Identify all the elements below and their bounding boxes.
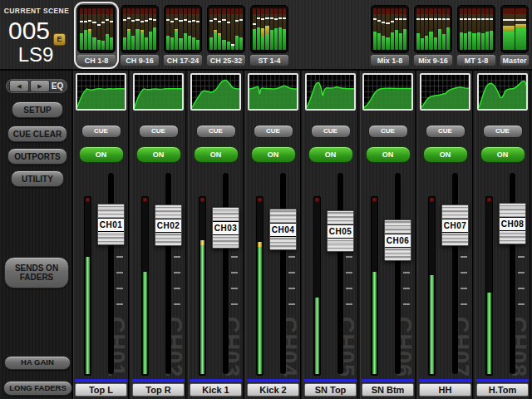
fader-position-dash	[145, 20, 148, 22]
bank-tab-mix-9-16[interactable]: Mix 9-16	[412, 3, 454, 67]
cue-button[interactable]: CUE	[139, 125, 179, 138]
meter-bar	[257, 8, 260, 50]
meter-bar	[382, 8, 385, 50]
setup-button[interactable]: SETUP	[12, 101, 63, 118]
bank-tab-ch-25-32[interactable]: CH 25-32	[205, 3, 247, 67]
cue-button[interactable]: CUE	[483, 125, 523, 138]
cue-button[interactable]: CUE	[368, 125, 408, 138]
sends-on-faders-button[interactable]: SENDS ON FADERS	[4, 257, 69, 288]
meter-bar-yellow	[127, 29, 131, 32]
meter-bar	[192, 8, 195, 50]
bank-meter-display	[207, 5, 245, 53]
bank-tab-st-1-4[interactable]: ST 1-4	[249, 3, 290, 67]
meter-bar-green	[235, 36, 239, 51]
meter-bar	[106, 8, 109, 50]
fader-knob[interactable]: CH05	[327, 210, 354, 252]
bank-tab-ch-1-8[interactable]: CH 1-8	[76, 3, 117, 67]
meter-bar-green	[84, 30, 87, 50]
knob-ridges-bottom	[328, 239, 353, 252]
eq-prev-button[interactable]: ◀	[9, 80, 29, 92]
cue-button[interactable]: CUE	[426, 125, 466, 138]
cue-button[interactable]: CUE	[311, 125, 351, 138]
fader-position-dash	[377, 20, 381, 22]
fader-track	[165, 173, 171, 374]
cue-button[interactable]: CUE	[81, 125, 121, 138]
channel-name[interactable]: Top R	[132, 383, 185, 397]
on-button[interactable]: ON	[366, 146, 411, 163]
fader-tick	[346, 272, 352, 273]
on-button[interactable]: ON	[251, 146, 296, 163]
fader-position-dash	[257, 17, 260, 19]
fader-position-dash	[214, 18, 217, 20]
meter-bar-green	[166, 36, 170, 51]
cue-button[interactable]: CUE	[254, 125, 293, 138]
level-meter	[84, 196, 91, 376]
channel-name[interactable]: Top L	[75, 383, 127, 397]
knob-ridges-bottom	[442, 233, 468, 246]
fader-knob[interactable]: CH08	[499, 203, 526, 244]
fader-tick	[518, 303, 525, 305]
ha-gain-button[interactable]: HA GAIN	[4, 356, 71, 370]
outports-button[interactable]: OUTPORTS	[7, 148, 67, 165]
fader-position-dash	[434, 18, 437, 20]
fader-position-dash	[196, 21, 200, 22]
eq-thumbnail[interactable]	[133, 73, 184, 111]
fader-knob[interactable]: CH01	[97, 204, 125, 245]
eq-thumbnail[interactable]	[305, 73, 356, 111]
on-button[interactable]: ON	[308, 146, 353, 163]
knob-channel-label: CH07	[442, 219, 468, 233]
channel-name[interactable]: SN Btm	[362, 383, 414, 397]
eq-thumbnail[interactable]	[477, 73, 528, 111]
fader-knob[interactable]: CH04	[269, 209, 297, 250]
bank-tab-mix-1-8[interactable]: Mix 1-8	[369, 3, 411, 67]
meter-bar-green	[196, 40, 200, 51]
eq-thumbnail[interactable]	[76, 73, 126, 111]
channel-color-bar	[247, 379, 299, 382]
channel-name[interactable]: H.Tom	[476, 383, 529, 397]
fader-tick	[518, 256, 525, 258]
channel-name[interactable]: HH	[419, 383, 471, 397]
channel-strip-ch02: CUEONCH02CH02Top R	[131, 71, 186, 399]
fader-tick	[461, 272, 467, 273]
meter-bar-green	[395, 30, 398, 50]
fader-knob[interactable]: CH03	[212, 207, 239, 249]
bank-meter-display	[500, 5, 529, 53]
bank-tab-mt-1-8[interactable]: MT 1-8	[456, 3, 497, 67]
peak-indicator	[143, 198, 147, 202]
on-button[interactable]: ON	[79, 146, 124, 163]
fader-knob[interactable]: CH07	[441, 204, 469, 246]
eq-thumbnail[interactable]	[362, 73, 413, 111]
bank-tab-ch-17-24[interactable]: CH 17-24	[162, 3, 204, 67]
channel-name[interactable]: Kick 1	[190, 383, 242, 397]
bank-tab-master[interactable]: Master	[499, 3, 530, 67]
fader-tick	[346, 303, 352, 305]
fader-position-dash	[438, 18, 441, 20]
eq-thumbnail[interactable]	[420, 73, 470, 111]
on-button[interactable]: ON	[423, 146, 468, 163]
meter-bar-green	[386, 37, 389, 50]
on-button[interactable]: ON	[194, 146, 239, 163]
cue-clear-button[interactable]: CUE CLEAR	[7, 126, 67, 142]
bank-meter-display	[414, 5, 452, 53]
fader-tick	[403, 272, 410, 273]
meter-bar	[110, 8, 113, 50]
channel-name[interactable]: SN Top	[304, 383, 357, 397]
eq-thumbnail[interactable]	[248, 73, 298, 111]
bank-tab-label: CH 9-16	[121, 55, 159, 66]
meter-bar	[145, 8, 148, 50]
utility-button[interactable]: UTILITY	[11, 170, 64, 187]
fader-knob[interactable]: CH06	[384, 219, 411, 261]
on-button[interactable]: ON	[136, 146, 181, 163]
fader-knob[interactable]: CH02	[155, 204, 182, 246]
on-button[interactable]: ON	[480, 146, 525, 163]
knob-channel-label: CH03	[213, 221, 239, 235]
bank-tab-ch-9-16[interactable]: CH 9-16	[119, 3, 160, 67]
eq-next-button[interactable]: ▶	[30, 80, 50, 92]
cue-button[interactable]: CUE	[196, 125, 236, 138]
level-meter	[141, 196, 149, 376]
eq-thumbnail[interactable]	[190, 73, 241, 111]
channel-name[interactable]: Kick 2	[247, 383, 299, 397]
meter-bar	[446, 8, 450, 50]
long-faders-button[interactable]: LONG FADERS	[3, 381, 72, 396]
fader-position-dash	[166, 19, 170, 21]
